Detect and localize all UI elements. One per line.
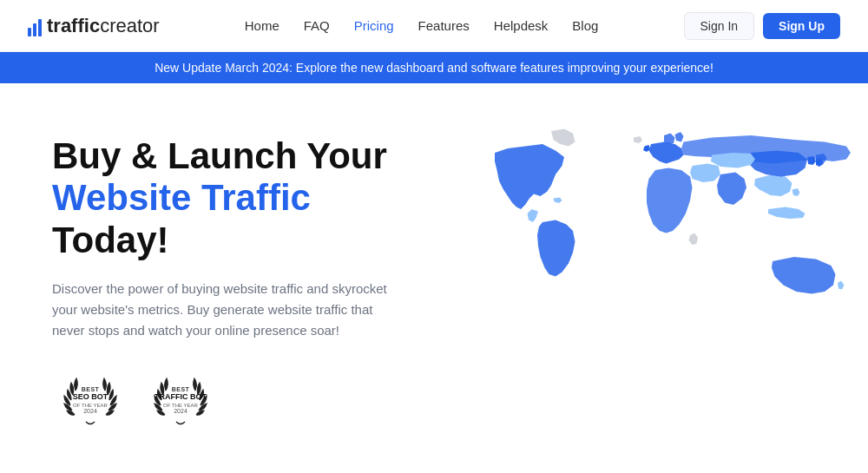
header: trafficcreator Home FAQ Pricing Features… <box>0 0 868 52</box>
logo-bar-2 <box>33 23 36 36</box>
logo-creator: creator <box>100 15 159 36</box>
logo-bar-1 <box>28 28 31 36</box>
badge-wreath-1: BEST SEO BOT OF THE YEAR 2024 <box>56 365 125 435</box>
world-map-svg <box>469 118 868 361</box>
badge-wreath-2: BEST TRAFFIC BOT OF THE YEAR 2024 <box>146 365 215 435</box>
hero-title-blue: Website Traffic <box>52 177 311 218</box>
nav-features[interactable]: Features <box>418 18 470 33</box>
logo-bar-3 <box>38 19 42 36</box>
nav-faq[interactable]: FAQ <box>304 18 330 33</box>
badge-seo-bot: BEST SEO BOT OF THE YEAR 2024 <box>52 365 128 435</box>
nav-pricing[interactable]: Pricing <box>354 18 394 33</box>
main-nav: Home FAQ Pricing Features Helpdesk Blog <box>245 18 599 33</box>
hero-content: Buy & Launch Your Website Traffic Today!… <box>52 127 469 435</box>
badge-best-2: BEST <box>155 386 207 392</box>
signup-button[interactable]: Sign Up <box>763 13 840 39</box>
nav-blog[interactable]: Blog <box>572 18 598 33</box>
badge-year-1: 2024 <box>73 408 108 414</box>
badge-inner-1: BEST SEO BOT OF THE YEAR 2024 <box>71 384 110 416</box>
logo-traffic: traffic <box>47 15 100 36</box>
hero-title-line3: Today! <box>52 220 169 260</box>
announcement-text: New Update March 2024: Explore the new d… <box>155 61 713 75</box>
logo-text: trafficcreator <box>47 15 160 37</box>
badge-inner-2: BEST TRAFFIC BOT OF THE YEAR 2024 <box>153 384 208 416</box>
hero-map <box>469 118 868 361</box>
hero-title-line1: Buy & Launch Your <box>52 135 387 176</box>
badge-traffic-bot: BEST TRAFFIC BOT OF THE YEAR 2024 <box>142 365 219 435</box>
hero-description: Discover the power of buying website tra… <box>52 279 399 341</box>
hero-section: Buy & Launch Your Website Traffic Today!… <box>0 83 868 469</box>
badge-year-2: 2024 <box>155 408 207 414</box>
logo[interactable]: trafficcreator <box>28 15 160 37</box>
logo-icon <box>28 16 42 36</box>
badge-name-2: TRAFFIC BOT <box>155 393 207 402</box>
announcement-bar: New Update March 2024: Explore the new d… <box>0 52 868 83</box>
hero-title: Buy & Launch Your Website Traffic Today! <box>52 135 469 261</box>
badges-container: BEST SEO BOT OF THE YEAR 2024 <box>52 365 469 435</box>
signin-button[interactable]: Sign In <box>684 12 755 40</box>
nav-helpdesk[interactable]: Helpdesk <box>494 18 549 33</box>
badge-name-1: SEO BOT <box>73 393 108 402</box>
badge-sub-1: OF THE YEAR <box>73 403 108 408</box>
badge-best-1: BEST <box>73 386 108 392</box>
nav-home[interactable]: Home <box>245 18 279 33</box>
header-buttons: Sign In Sign Up <box>684 12 840 40</box>
